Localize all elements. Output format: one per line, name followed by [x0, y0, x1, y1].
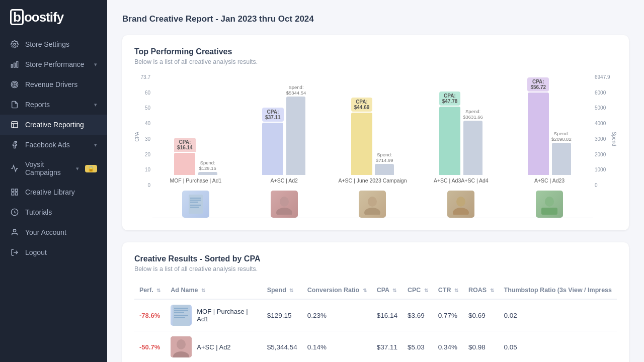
chart-group-2: CPA:$37.11 Spend:$5344.54 A+SC | Ad2 — [241, 74, 328, 218]
cpa-cell-1: $37.11 — [372, 331, 403, 363]
y-axis-left: 73.7 60 50 40 30 20 10 0 CPA — [134, 74, 152, 218]
th-cpc[interactable]: CPC ⇅ — [403, 282, 433, 299]
svg-rect-2 — [14, 63, 16, 67]
cpa-bar-5 — [528, 93, 549, 175]
chart-group-5: CPA:$56.72 Spend:$2098.82 A+SC | Ad23 — [506, 74, 593, 218]
sidebar-item-your-account[interactable]: Your Account — [0, 222, 107, 242]
svg-point-6 — [14, 84, 16, 85]
svg-point-0 — [14, 43, 16, 45]
svg-rect-3 — [11, 65, 13, 67]
th-spend[interactable]: Spend ⇅ — [262, 282, 302, 299]
sidebar-label-store-settings: Store Settings — [25, 40, 97, 48]
sidebar-label-store-performance: Store Performance — [25, 60, 88, 68]
spend-bar-2 — [286, 97, 305, 175]
top-creatives-card: Top Performing Creatives Below is a list… — [122, 35, 629, 230]
svg-point-13 — [13, 229, 16, 232]
y-axis-label-20: 20 — [145, 152, 150, 157]
th-roas[interactable]: ROAS ⇅ — [463, 282, 499, 299]
thumbstop-cell-0: 0.02 — [499, 299, 617, 331]
spend-bar-1 — [198, 172, 217, 175]
y-axis-label-60: 60 — [145, 90, 150, 96]
chart-thumb-3 — [359, 191, 386, 218]
th-thumbstop[interactable]: Thumbstop Ratio (3s View / Impress — [499, 282, 617, 299]
svg-point-25 — [456, 197, 465, 207]
sidebar-label-creative-reporting: Creative Reporting — [25, 121, 97, 129]
tutorials-icon — [10, 208, 19, 217]
th-perf[interactable]: Perf. ⇅ — [134, 282, 166, 299]
sidebar: boostify Store Settings Store Performanc… — [0, 0, 107, 362]
sidebar-item-store-settings[interactable]: Store Settings — [0, 34, 107, 54]
ad-name-cell-1: A+SC | Ad2 — [166, 331, 262, 363]
chart-group-1: CPA:$16.14 Spend:$129.15 MOF | Purchase … — [152, 74, 239, 218]
svg-rect-34 — [174, 317, 185, 318]
svg-rect-15 — [189, 195, 203, 214]
facebook-icon — [10, 140, 19, 149]
main-content: Brand Creative Report - Jan 2023 thru Oc… — [107, 0, 644, 362]
creative-icon — [10, 120, 19, 129]
y-axis-spend-label: Spend — [611, 132, 617, 146]
chevron-down-icon: ▾ — [94, 142, 97, 148]
creative-results-table: Perf. ⇅ Ad Name ⇅ Spend ⇅ Conversion Rat… — [134, 282, 617, 362]
table-row: -78.6% MOF | Purchase | Ad1 $129.15 0.23… — [134, 299, 617, 331]
svg-rect-32 — [174, 312, 184, 313]
perf-cell-1: -50.7% — [134, 331, 166, 363]
sidebar-label-voysit-campaigns: Voysit Campaigns — [25, 160, 70, 176]
sidebar-label-tutorials: Tutorials — [25, 208, 97, 216]
user-icon — [10, 228, 19, 237]
svg-rect-18 — [190, 202, 198, 203]
sort-icon-cpa: ⇅ — [392, 288, 396, 293]
cpa-bar-1 — [174, 153, 195, 175]
spend-cell-0: $129.15 — [262, 299, 302, 331]
sidebar-item-logout[interactable]: Logout — [0, 242, 107, 262]
sidebar-item-creative-reporting[interactable]: Creative Reporting — [0, 115, 107, 135]
svg-point-21 — [280, 197, 289, 207]
cpa-bar-4 — [439, 107, 460, 175]
svg-point-36 — [177, 339, 186, 349]
th-conv-ratio[interactable]: Conversion Ratio ⇅ — [302, 282, 372, 299]
svg-rect-9 — [15, 189, 18, 192]
logo: boostify — [10, 9, 63, 25]
page-title: Brand Creative Report - Jan 2023 thru Oc… — [122, 14, 629, 24]
sidebar-item-store-performance[interactable]: Store Performance ▾ — [0, 54, 107, 74]
cpa-bar-2 — [262, 123, 283, 175]
cpa-cell-0: $16.14 — [372, 299, 403, 331]
table-wrap: Perf. ⇅ Ad Name ⇅ Spend ⇅ Conversion Rat… — [134, 282, 617, 362]
sidebar-item-creative-library[interactable]: Creative Library — [0, 182, 107, 202]
y-axis-right-5000: 5000 — [595, 105, 606, 111]
chart-label-4: A+SC | Ad3A+SC | Ad4 — [433, 177, 490, 184]
spend-cell-1: $5,344.54 — [262, 331, 302, 363]
bar-chart-icon — [10, 60, 19, 69]
cpc-cell-0: $3.69 — [403, 299, 433, 331]
y-axis-label-73: 73.7 — [141, 74, 150, 80]
sort-icon-perf: ⇅ — [156, 288, 160, 293]
svg-rect-1 — [17, 61, 18, 67]
chart-label-2: A+SC | Ad2 — [270, 177, 299, 184]
sidebar-item-reports[interactable]: Reports ▾ — [0, 95, 107, 115]
sidebar-item-facebook-ads[interactable]: Facebook Ads ▾ — [0, 135, 107, 155]
svg-rect-11 — [12, 193, 14, 195]
chart-thumb-1 — [182, 191, 209, 218]
svg-rect-7 — [12, 122, 18, 128]
y-axis-cpa-label: CPA — [134, 132, 140, 142]
chart-label-5: A+SC | Ad23 — [533, 177, 566, 184]
logo-area: boostify — [0, 0, 107, 34]
sidebar-item-voysit-campaigns[interactable]: Voysit Campaigns ▾ 🔒 — [0, 155, 107, 182]
lock-badge: 🔒 — [85, 165, 97, 172]
sidebar-item-revenue-drivers[interactable]: Revenue Drivers — [0, 74, 107, 95]
sidebar-label-reports: Reports — [25, 101, 88, 109]
sidebar-label-your-account: Your Account — [25, 228, 97, 236]
conv-ratio-cell-0: 0.23% — [302, 299, 372, 331]
y-axis-label-30: 30 — [145, 136, 150, 142]
svg-rect-16 — [190, 198, 201, 199]
th-ctr[interactable]: CTR ⇅ — [433, 282, 463, 299]
th-cpa[interactable]: CPA ⇅ — [372, 282, 403, 299]
th-ad-name[interactable]: Ad Name ⇅ — [166, 282, 262, 299]
chart-bars-area: CPA:$16.14 Spend:$129.15 MOF | Purchase … — [152, 74, 593, 218]
svg-rect-28 — [541, 208, 557, 215]
sort-icon-adname: ⇅ — [201, 288, 205, 293]
svg-point-26 — [453, 208, 469, 215]
sidebar-item-tutorials[interactable]: Tutorials — [0, 202, 107, 222]
cpc-cell-1: $5.03 — [403, 331, 433, 363]
ad-name-cell-0: MOF | Purchase | Ad1 — [166, 299, 262, 331]
y-axis-right-6000: 6000 — [595, 90, 606, 96]
